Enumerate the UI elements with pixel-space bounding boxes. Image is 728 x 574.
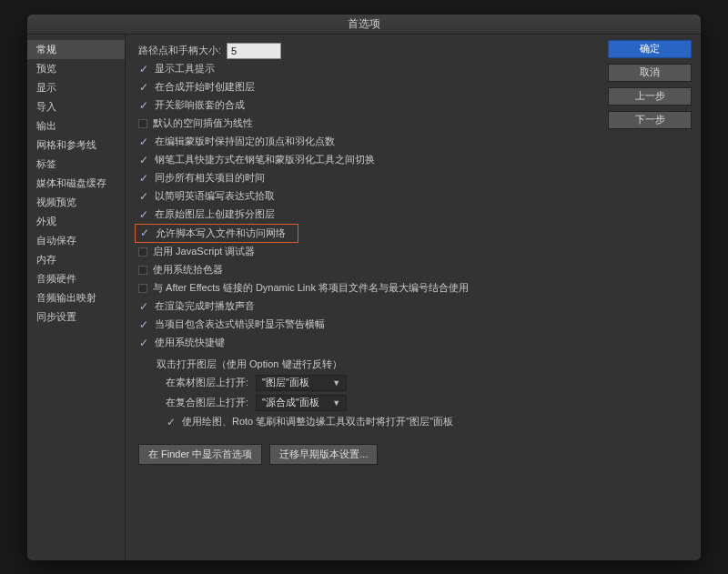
path-point-row: 路径点和手柄大小: 5: [138, 42, 595, 60]
footage-layer-value: "图层"面板: [262, 376, 309, 389]
checkbox-option-13[interactable]: ✓: [138, 301, 149, 312]
window-title: 首选项: [348, 16, 380, 32]
checkbox-option-1[interactable]: ✓: [138, 82, 149, 93]
comp-layer-row: 在复合图层上打开: "源合成"面板 ▼: [166, 393, 595, 413]
sidebar-item-2[interactable]: 显示: [27, 78, 125, 97]
roto-row: ✓ 使用绘图、Roto 笔刷和调整边缘工具双击时将打开"图层"面板: [166, 413, 595, 431]
option-row-12: 与 After Effects 链接的 Dynamic Link 将项目文件名与…: [138, 279, 595, 297]
sidebar-item-0[interactable]: 常规: [27, 40, 125, 59]
option-row-4: ✓在编辑蒙版时保持固定的顶点和羽化点数: [138, 133, 595, 151]
option-label-8: 在原始图层上创建拆分图层: [155, 207, 275, 221]
checkbox-option-4[interactable]: ✓: [138, 136, 149, 147]
checkbox-option-14[interactable]: ✓: [138, 319, 149, 330]
option-row-11: 使用系统拾色器: [138, 261, 595, 279]
sidebar-item-4[interactable]: 输出: [27, 116, 125, 136]
main-panel: 路径点和手柄大小: 5 ✓显示工具提示✓在合成开始时创建图层✓开关影响嵌套的合成…: [126, 35, 599, 560]
option-row-8: ✓在原始图层上创建拆分图层: [138, 206, 595, 224]
option-row-0: ✓显示工具提示: [138, 60, 595, 78]
options-list: ✓显示工具提示✓在合成开始时创建图层✓开关影响嵌套的合成默认的空间插值为线性✓在…: [138, 60, 595, 352]
option-row-6: ✓同步所有相关项目的时间: [138, 169, 595, 187]
sidebar-item-10[interactable]: 自动保存: [27, 231, 125, 250]
roto-label: 使用绘图、Roto 笔刷和调整边缘工具双击时将打开"图层"面板: [182, 415, 453, 428]
option-label-10: 启用 JavaScript 调试器: [153, 245, 255, 258]
option-row-9: ✓允许脚本写入文件和访问网络: [135, 224, 298, 243]
footage-layer-dropdown[interactable]: "图层"面板 ▼: [256, 375, 347, 391]
sidebar-item-7[interactable]: 媒体和磁盘缓存: [27, 174, 125, 193]
double-click-block: 在素材图层上打开: "图层"面板 ▼ 在复合图层上打开: "源合成"面板 ▼ ✓…: [138, 373, 595, 431]
checkbox-option-5[interactable]: ✓: [138, 155, 149, 166]
option-label-1: 在合成开始时创建图层: [155, 80, 255, 94]
path-point-input[interactable]: 5: [227, 43, 281, 59]
option-label-9: 允许脚本写入文件和访问网络: [156, 227, 286, 240]
double-click-header: 双击打开图层（使用 Option 键进行反转）: [138, 357, 595, 371]
option-row-5: ✓钢笔工具快捷方式在钢笔和蒙版羽化工具之间切换: [138, 151, 595, 169]
option-label-14: 当项目包含表达式错误时显示警告横幅: [155, 317, 325, 331]
checkbox-option-7[interactable]: ✓: [138, 191, 149, 202]
sidebar-item-8[interactable]: 视频预览: [27, 193, 125, 212]
footage-layer-row: 在素材图层上打开: "图层"面板 ▼: [166, 373, 595, 393]
option-label-15: 使用系统快捷键: [155, 336, 225, 349]
option-label-7: 以简明英语编写表达式拾取: [155, 189, 275, 203]
next-button[interactable]: 下一步: [608, 111, 692, 129]
option-label-13: 在渲染完成时播放声音: [155, 299, 255, 313]
bottom-buttons: 在 Finder 中显示首选项 迁移早期版本设置...: [138, 444, 595, 465]
checkbox-option-11[interactable]: [138, 266, 147, 275]
checkbox-option-15[interactable]: ✓: [138, 337, 149, 348]
sidebar-item-9[interactable]: 外观: [27, 212, 125, 231]
option-label-11: 使用系统拾色器: [153, 263, 223, 277]
option-label-3: 默认的空间插值为线性: [153, 116, 253, 130]
preferences-window: 首选项 常规预览显示导入输出网格和参考线标签媒体和磁盘缓存视频预览外观自动保存内…: [27, 15, 701, 560]
footage-layer-label: 在素材图层上打开:: [166, 376, 248, 389]
checkbox-option-8[interactable]: ✓: [138, 209, 149, 220]
migrate-settings-button[interactable]: 迁移早期版本设置...: [269, 444, 378, 465]
reveal-in-finder-button[interactable]: 在 Finder 中显示首选项: [138, 444, 262, 465]
window-titlebar: 首选项: [27, 15, 701, 35]
window-body: 常规预览显示导入输出网格和参考线标签媒体和磁盘缓存视频预览外观自动保存内存音频硬…: [27, 35, 701, 560]
sidebar-item-14[interactable]: 同步设置: [27, 307, 125, 327]
comp-layer-label: 在复合图层上打开:: [166, 396, 248, 409]
checkbox-option-9[interactable]: ✓: [139, 227, 150, 238]
sidebar-item-11[interactable]: 内存: [27, 250, 125, 269]
option-row-14: ✓当项目包含表达式错误时显示警告横幅: [138, 316, 595, 334]
option-row-2: ✓开关影响嵌套的合成: [138, 96, 595, 115]
option-row-13: ✓在渲染完成时播放声音: [138, 297, 595, 316]
comp-layer-value: "源合成"面板: [262, 396, 319, 409]
option-row-7: ✓以简明英语编写表达式拾取: [138, 187, 595, 206]
sidebar-item-3[interactable]: 导入: [27, 97, 125, 116]
option-label-2: 开关影响嵌套的合成: [155, 98, 245, 112]
option-row-10: 启用 JavaScript 调试器: [138, 243, 595, 261]
previous-button[interactable]: 上一步: [608, 87, 692, 106]
option-label-4: 在编辑蒙版时保持固定的顶点和羽化点数: [155, 135, 335, 148]
checkbox-option-6[interactable]: ✓: [138, 173, 149, 184]
option-row-1: ✓在合成开始时创建图层: [138, 78, 595, 96]
checkbox-option-0[interactable]: ✓: [138, 64, 149, 75]
option-label-12: 与 After Effects 链接的 Dynamic Link 将项目文件名与…: [153, 281, 469, 295]
sidebar: 常规预览显示导入输出网格和参考线标签媒体和磁盘缓存视频预览外观自动保存内存音频硬…: [27, 35, 126, 560]
option-label-0: 显示工具提示: [155, 62, 215, 76]
sidebar-item-5[interactable]: 网格和参考线: [27, 136, 125, 155]
chevron-down-icon: ▼: [332, 378, 340, 388]
option-row-3: 默认的空间插值为线性: [138, 115, 595, 133]
option-row-15: ✓使用系统快捷键: [138, 334, 595, 352]
checkbox-option-3[interactable]: [138, 119, 147, 128]
chevron-down-icon: ▼: [332, 398, 340, 408]
sidebar-item-6[interactable]: 标签: [27, 155, 125, 174]
checkbox-option-2[interactable]: ✓: [138, 100, 149, 111]
sidebar-item-13[interactable]: 音频输出映射: [27, 288, 125, 307]
checkbox-option-10[interactable]: [138, 247, 147, 257]
checkbox-roto[interactable]: ✓: [166, 417, 177, 428]
option-label-6: 同步所有相关项目的时间: [155, 171, 265, 185]
path-point-label: 路径点和手柄大小:: [138, 44, 221, 57]
cancel-button[interactable]: 取消: [608, 64, 692, 82]
option-label-5: 钢笔工具快捷方式在钢笔和蒙版羽化工具之间切换: [155, 153, 375, 166]
checkbox-option-12[interactable]: [138, 284, 147, 293]
comp-layer-dropdown[interactable]: "源合成"面板 ▼: [256, 395, 347, 411]
sidebar-item-1[interactable]: 预览: [27, 59, 125, 78]
right-buttons: 确定 取消 上一步 下一步: [599, 35, 701, 560]
sidebar-item-12[interactable]: 音频硬件: [27, 269, 125, 288]
ok-button[interactable]: 确定: [608, 40, 692, 58]
